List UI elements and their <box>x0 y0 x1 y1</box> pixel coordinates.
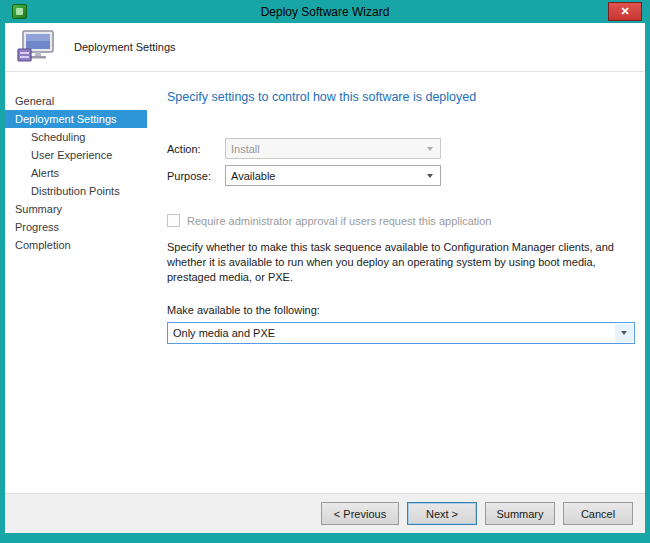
purpose-label: Purpose: <box>167 170 225 182</box>
approval-checkbox-label: Require administrator approval if users … <box>187 215 492 227</box>
close-button[interactable]: ✕ <box>608 2 642 21</box>
chevron-down-icon <box>615 324 633 342</box>
sidebar-item-summary[interactable]: Summary <box>5 200 147 218</box>
action-value: Install <box>231 143 260 155</box>
make-available-label: Make available to the following: <box>167 304 635 316</box>
chevron-down-icon <box>421 167 439 184</box>
purpose-row: Purpose: Available <box>167 165 635 186</box>
content-pane: Specify settings to control how this sof… <box>147 72 645 493</box>
chevron-down-icon <box>421 140 439 157</box>
next-button[interactable]: Next > <box>407 502 477 525</box>
task-sequence-description: Specify whether to make this task sequen… <box>167 240 635 286</box>
purpose-combobox[interactable]: Available <box>225 165 441 186</box>
summary-button[interactable]: Summary <box>485 502 555 525</box>
action-combobox: Install <box>225 138 441 159</box>
make-available-value: Only media and PXE <box>173 327 275 339</box>
button-bar: < Previous Next > Summary Cancel <box>5 493 645 533</box>
action-row: Action: Install <box>167 138 635 159</box>
app-icon <box>12 4 27 19</box>
titlebar: Deploy Software Wizard ✕ <box>5 0 645 23</box>
wizard-header: Deployment Settings <box>5 23 645 72</box>
sidebar-item-scheduling[interactable]: Scheduling <box>5 128 147 146</box>
close-icon: ✕ <box>620 5 629 18</box>
approval-checkbox-row: Require administrator approval if users … <box>167 214 635 227</box>
page-title: Deployment Settings <box>74 41 176 53</box>
sidebar-item-general[interactable]: General <box>5 92 147 110</box>
deploy-software-icon <box>16 29 56 65</box>
wizard-nav: GeneralDeployment SettingsSchedulingUser… <box>5 72 147 493</box>
sidebar-item-completion[interactable]: Completion <box>5 236 147 254</box>
sidebar-item-alerts[interactable]: Alerts <box>5 164 147 182</box>
approval-checkbox <box>167 214 180 227</box>
sidebar-item-deployment-settings[interactable]: Deployment Settings <box>5 110 147 128</box>
sidebar-item-progress[interactable]: Progress <box>5 218 147 236</box>
action-label: Action: <box>167 143 225 155</box>
purpose-value: Available <box>231 170 275 182</box>
previous-button[interactable]: < Previous <box>321 502 399 525</box>
wizard-body: GeneralDeployment SettingsSchedulingUser… <box>5 72 645 493</box>
deploy-software-wizard-window: Deploy Software Wizard ✕ Deployment Sett… <box>0 0 650 543</box>
make-available-combobox[interactable]: Only media and PXE <box>167 322 635 344</box>
sidebar-item-user-experience[interactable]: User Experience <box>5 146 147 164</box>
window-title: Deploy Software Wizard <box>5 5 645 19</box>
cancel-button[interactable]: Cancel <box>563 502 633 525</box>
sidebar-item-distribution-points[interactable]: Distribution Points <box>5 182 147 200</box>
content-heading: Specify settings to control how this sof… <box>167 90 635 104</box>
